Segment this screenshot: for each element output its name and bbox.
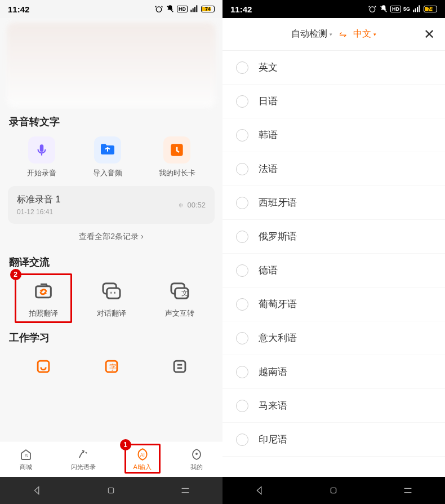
lang-option[interactable]: 意大利语 bbox=[222, 321, 445, 355]
svg-rect-16 bbox=[174, 361, 185, 372]
lang-label: 英文 bbox=[259, 61, 278, 74]
svg-rect-9 bbox=[106, 288, 119, 298]
tile-label: 我的时长卡 bbox=[159, 168, 195, 178]
battery-icon: 74 bbox=[424, 6, 437, 12]
svg-text:S: S bbox=[25, 453, 28, 458]
nav-label: 商城 bbox=[20, 463, 32, 471]
battery-icon: 74 bbox=[201, 6, 215, 12]
tile-label: 声文互转 bbox=[165, 308, 194, 319]
radio-icon bbox=[236, 197, 248, 209]
hd-icon: HD bbox=[177, 6, 188, 12]
tile-label: 导入音频 bbox=[93, 168, 122, 178]
status-bar: 11:42 HD 74 bbox=[0, 0, 222, 18]
tile-dialog-translate[interactable]: 对话翻译 bbox=[86, 278, 137, 319]
chevron-right-icon: › bbox=[141, 232, 144, 241]
left-screen: 11:42 HD 74 录音转文字 开始录音 导入音频 我的时长卡 bbox=[0, 0, 222, 504]
nav-me[interactable]: 我的 bbox=[189, 447, 204, 471]
lang-option[interactable]: 日语 bbox=[222, 85, 445, 118]
nav-shop[interactable]: S 商城 bbox=[19, 447, 33, 471]
svg-point-21 bbox=[370, 7, 375, 12]
clock-label: 11:42 bbox=[230, 5, 252, 14]
home-icon[interactable] bbox=[327, 484, 340, 497]
see-all-records[interactable]: 查看全部2条记录 › bbox=[0, 224, 222, 252]
radio-icon bbox=[236, 61, 248, 74]
svg-point-19 bbox=[196, 453, 197, 454]
recents-icon[interactable] bbox=[179, 484, 192, 497]
hero-banner[interactable] bbox=[7, 23, 216, 107]
section-translate-title: 翻译交流 bbox=[0, 252, 222, 275]
right-screen: 11:42 HD 5G 74 自动检测▾ ⇋ 中文▾ ✕ 英文 日语 韩语 法语… bbox=[222, 0, 445, 504]
clock-icon bbox=[168, 141, 186, 159]
svg-rect-2 bbox=[193, 8, 194, 12]
close-button[interactable]: ✕ bbox=[424, 26, 435, 42]
hd-icon: HD bbox=[390, 6, 401, 12]
status-icons: HD 5G 74 bbox=[368, 5, 437, 14]
shop-icon: S bbox=[19, 448, 33, 461]
language-header: 自动检测▾ ⇋ 中文▾ ✕ bbox=[222, 18, 445, 51]
recording-tiles-row: 开始录音 导入音频 我的时长卡 bbox=[0, 134, 222, 186]
nav-ai-input[interactable]: 1 AI AI输入 bbox=[134, 447, 152, 471]
target-lang: 中文 bbox=[353, 28, 371, 40]
lang-label: 意大利语 bbox=[259, 331, 297, 344]
tile-voice-text[interactable]: 文 声文互转 bbox=[154, 278, 205, 319]
language-list[interactable]: 英文 日语 韩语 法语 西班牙语 俄罗斯语 德语 葡萄牙语 意大利语 越南语 马… bbox=[222, 51, 445, 477]
lang-option[interactable]: 德语 bbox=[222, 254, 445, 288]
back-icon[interactable] bbox=[253, 484, 266, 497]
source-lang: 自动检测 bbox=[291, 28, 327, 40]
svg-point-0 bbox=[156, 7, 161, 12]
work-tile-3[interactable] bbox=[154, 353, 205, 379]
bottom-nav: S 商城 闪光语录 1 AI AI输入 我的 bbox=[0, 441, 222, 477]
tile-start-recording[interactable]: 开始录音 bbox=[27, 136, 56, 178]
lang-option[interactable]: 葡萄牙语 bbox=[222, 288, 445, 321]
lang-label: 韩语 bbox=[259, 129, 278, 142]
home-icon[interactable] bbox=[105, 484, 117, 497]
recording-title: 标准录音 1 bbox=[17, 194, 60, 206]
radio-icon bbox=[236, 129, 248, 142]
svg-rect-20 bbox=[109, 488, 114, 493]
svg-rect-3 bbox=[194, 7, 195, 12]
svg-rect-23 bbox=[415, 8, 416, 12]
back-icon[interactable] bbox=[31, 484, 43, 497]
signal-icon bbox=[412, 5, 421, 14]
svg-text:字: 字 bbox=[109, 363, 116, 372]
svg-rect-4 bbox=[196, 5, 197, 12]
svg-rect-24 bbox=[417, 7, 418, 12]
tile-import-audio[interactable]: 导入音频 bbox=[93, 136, 122, 178]
chat-icon bbox=[100, 280, 123, 302]
nav-label: 我的 bbox=[190, 463, 203, 471]
signal-icon bbox=[190, 5, 199, 14]
tile-duration-card[interactable]: 我的时长卡 bbox=[159, 136, 195, 178]
mute-icon bbox=[166, 5, 175, 14]
main-content: 录音转文字 开始录音 导入音频 我的时长卡 标准录音 1 01-12 16:41 bbox=[0, 18, 222, 441]
lang-option[interactable]: 印尼语 bbox=[222, 423, 445, 457]
nav-quotes[interactable]: 闪光语录 bbox=[71, 447, 96, 471]
lang-option[interactable]: 英文 bbox=[222, 51, 445, 85]
recording-duration: 00:52 bbox=[177, 201, 206, 209]
lang-option[interactable]: 俄罗斯语 bbox=[222, 220, 445, 254]
work-tile-2[interactable]: 字 bbox=[86, 353, 137, 379]
swap-icon[interactable]: ⇋ bbox=[339, 29, 346, 39]
work-tile-1[interactable] bbox=[18, 353, 69, 379]
tile-label: 对话翻译 bbox=[97, 308, 126, 319]
svg-rect-26 bbox=[331, 488, 336, 493]
lang-label: 俄罗斯语 bbox=[259, 230, 297, 243]
nav-label: 闪光语录 bbox=[71, 463, 96, 471]
lang-option[interactable]: 越南语 bbox=[222, 355, 445, 389]
tile-label: 开始录音 bbox=[27, 168, 56, 178]
clock-label: 11:42 bbox=[8, 5, 29, 14]
radio-icon bbox=[236, 366, 248, 378]
highlight-box-2 bbox=[15, 273, 72, 323]
lang-label: 日语 bbox=[259, 95, 278, 108]
recording-item[interactable]: 标准录音 1 01-12 16:41 00:52 bbox=[8, 186, 215, 224]
tile-photo-translate[interactable]: 2 拍照翻译 bbox=[18, 278, 69, 319]
alarm-icon bbox=[154, 5, 163, 14]
recents-icon[interactable] bbox=[402, 484, 414, 497]
network-5g: 5G bbox=[403, 6, 410, 12]
lang-option[interactable]: 西班牙语 bbox=[222, 186, 445, 220]
lang-option[interactable]: 马来语 bbox=[222, 389, 445, 423]
lang-option[interactable]: 法语 bbox=[222, 152, 445, 186]
language-selector[interactable]: 自动检测▾ ⇋ 中文▾ bbox=[291, 28, 376, 40]
badge-2: 2 bbox=[10, 269, 21, 280]
lang-option[interactable]: 韩语 bbox=[222, 118, 445, 152]
section-recording-title: 录音转文字 bbox=[0, 112, 222, 134]
